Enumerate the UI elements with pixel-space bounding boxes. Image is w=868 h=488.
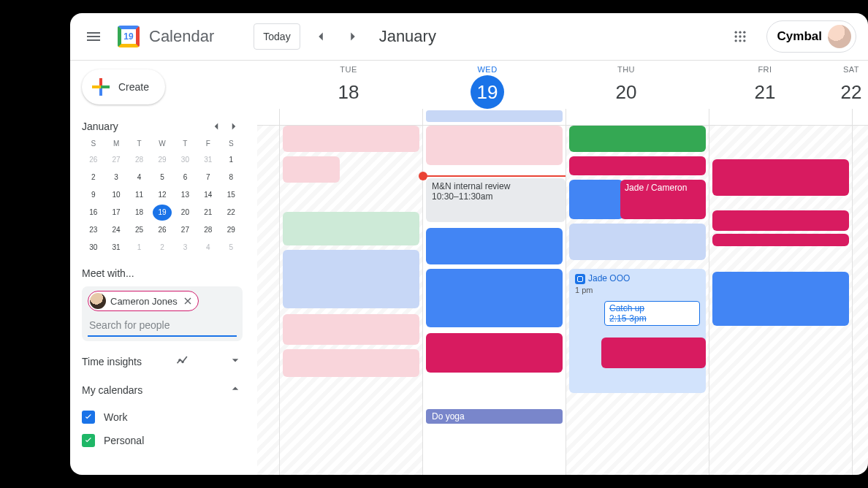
apps-launcher-button[interactable] bbox=[726, 22, 755, 51]
mini-calendar-day[interactable]: 27 bbox=[107, 152, 126, 168]
prev-period-button[interactable] bbox=[309, 25, 332, 48]
mini-calendar-day[interactable]: 7 bbox=[199, 169, 218, 186]
mini-calendar-day[interactable]: 11 bbox=[130, 187, 149, 203]
mini-calendar-day[interactable]: 21 bbox=[199, 205, 218, 221]
event-catch-up-cancelled[interactable]: Catch up 2:15-3pm bbox=[604, 301, 700, 326]
mini-calendar-day[interactable]: 14 bbox=[199, 187, 218, 203]
my-calendars-row[interactable]: My calendars bbox=[82, 381, 243, 398]
event-mn-review[interactable]: M&N internal review 10:30–11:30am bbox=[426, 178, 566, 222]
allday-cell[interactable] bbox=[279, 109, 422, 125]
mini-calendar-day[interactable]: 24 bbox=[107, 222, 126, 238]
menu-button[interactable] bbox=[76, 19, 111, 54]
mini-calendar-day[interactable]: 5 bbox=[153, 169, 172, 186]
mini-calendar-day[interactable]: 30 bbox=[84, 240, 103, 256]
event-block[interactable] bbox=[426, 126, 563, 165]
allday-cell[interactable] bbox=[709, 109, 852, 125]
event-block[interactable] bbox=[569, 126, 706, 152]
event-block[interactable] bbox=[601, 338, 706, 368]
mini-calendar-day[interactable]: 30 bbox=[175, 152, 194, 168]
mini-calendar-day[interactable]: 4 bbox=[199, 240, 218, 256]
allday-event[interactable] bbox=[426, 110, 563, 122]
event-jade-cameron[interactable]: Jade / Cameron bbox=[620, 180, 706, 219]
mini-calendar-day[interactable]: 27 bbox=[175, 222, 194, 238]
search-people-input[interactable] bbox=[88, 312, 237, 337]
event-block[interactable] bbox=[712, 272, 849, 326]
mini-calendar-day[interactable]: 1 bbox=[130, 240, 149, 256]
create-button[interactable]: Create bbox=[82, 69, 165, 104]
event-block[interactable] bbox=[569, 224, 706, 260]
today-button[interactable]: Today bbox=[254, 23, 300, 50]
mini-calendar-day[interactable]: 1 bbox=[221, 152, 240, 168]
event-block[interactable] bbox=[712, 234, 849, 246]
mini-calendar-day[interactable]: 26 bbox=[153, 222, 172, 238]
mini-calendar-day[interactable]: 22 bbox=[221, 205, 240, 221]
event-block[interactable] bbox=[712, 159, 849, 196]
event-block[interactable] bbox=[569, 180, 623, 219]
day-header[interactable]: THU20 bbox=[557, 61, 696, 109]
mini-calendar-day[interactable]: 31 bbox=[107, 240, 126, 256]
day-column-fri[interactable] bbox=[709, 126, 852, 475]
mini-calendar-day[interactable]: 3 bbox=[107, 169, 126, 186]
day-column-tue[interactable] bbox=[279, 126, 422, 475]
event-block[interactable] bbox=[283, 314, 419, 345]
mini-calendar-day[interactable]: 20 bbox=[175, 205, 194, 221]
mini-prev-month[interactable] bbox=[208, 118, 225, 135]
mini-calendar-day[interactable]: 28 bbox=[130, 152, 149, 168]
mini-next-month[interactable] bbox=[225, 118, 243, 135]
day-header[interactable]: TUE18 bbox=[279, 61, 418, 109]
calendar-toggle-row[interactable]: Personal bbox=[82, 429, 243, 452]
allday-cell[interactable] bbox=[566, 109, 709, 125]
mini-calendar-day[interactable]: 12 bbox=[153, 187, 172, 203]
day-column-thu[interactable]: Jade / Cameron Jade OOO 1 pm Catch up 2:… bbox=[566, 126, 709, 475]
event-block[interactable] bbox=[712, 210, 849, 231]
event-block[interactable] bbox=[283, 349, 419, 377]
remove-chip-button[interactable] bbox=[182, 295, 194, 307]
event-block[interactable] bbox=[569, 156, 706, 175]
mini-calendar-day[interactable]: 10 bbox=[107, 187, 126, 203]
time-insights-row[interactable]: Time insights bbox=[82, 353, 243, 370]
event-block[interactable] bbox=[426, 228, 563, 264]
mini-calendar-day[interactable]: 16 bbox=[84, 205, 103, 221]
mini-calendar-day[interactable]: 31 bbox=[199, 152, 218, 168]
mini-calendar-day[interactable]: 26 bbox=[84, 152, 103, 168]
mini-calendar-day[interactable]: 2 bbox=[153, 240, 172, 256]
mini-calendar-day[interactable]: 19 bbox=[153, 205, 172, 221]
mini-calendar-day[interactable]: 17 bbox=[107, 205, 126, 221]
event-block[interactable] bbox=[426, 333, 563, 373]
event-block[interactable] bbox=[283, 212, 419, 245]
mini-calendar-day[interactable]: 3 bbox=[175, 240, 194, 256]
day-header[interactable]: SAT22 bbox=[834, 61, 868, 109]
mini-calendar-day[interactable]: 8 bbox=[221, 169, 240, 186]
next-period-button[interactable] bbox=[341, 25, 365, 48]
mini-calendar-day[interactable]: 29 bbox=[221, 222, 240, 238]
calendar-toggle-row[interactable]: Work bbox=[82, 405, 243, 429]
mini-calendar-day[interactable]: 25 bbox=[130, 222, 149, 238]
mini-calendar-day[interactable]: 6 bbox=[175, 169, 194, 186]
event-block[interactable] bbox=[283, 250, 419, 308]
mini-calendar-day[interactable]: 5 bbox=[221, 240, 240, 256]
event-block[interactable] bbox=[283, 156, 340, 183]
day-header[interactable]: WED19 bbox=[418, 61, 557, 109]
person-chip[interactable]: Cameron Jones bbox=[88, 291, 199, 311]
day-column-sat[interactable] bbox=[852, 126, 868, 475]
mini-calendar-day[interactable]: 29 bbox=[153, 152, 172, 168]
mini-calendar-day[interactable]: 2 bbox=[84, 169, 103, 186]
mini-calendar-day[interactable]: 9 bbox=[84, 187, 103, 203]
allday-cell[interactable] bbox=[852, 109, 868, 125]
mini-calendar-day[interactable]: 23 bbox=[84, 222, 103, 238]
mini-calendar-day[interactable]: 18 bbox=[130, 205, 149, 221]
mini-calendar-day[interactable]: 4 bbox=[130, 169, 149, 186]
event-do-yoga[interactable]: Do yoga bbox=[426, 409, 563, 424]
mini-calendar-day[interactable]: 13 bbox=[175, 187, 194, 203]
day-column-wed[interactable]: M&N internal review 10:30–11:30am Do yog… bbox=[422, 126, 566, 475]
mini-calendar-day[interactable]: 28 bbox=[199, 222, 218, 238]
account-switcher[interactable]: Cymbal bbox=[766, 20, 856, 53]
event-jade-ooo[interactable]: Jade OOO 1 pm Catch up 2:15-3pm bbox=[569, 269, 706, 393]
day-header[interactable]: FRI21 bbox=[696, 61, 834, 109]
allday-cell[interactable] bbox=[422, 109, 566, 125]
calendar-checkbox[interactable] bbox=[82, 411, 95, 424]
mini-calendar-day[interactable]: 15 bbox=[221, 187, 240, 203]
event-block[interactable] bbox=[283, 126, 419, 152]
calendar-checkbox[interactable] bbox=[82, 434, 95, 447]
event-block[interactable] bbox=[426, 269, 563, 327]
